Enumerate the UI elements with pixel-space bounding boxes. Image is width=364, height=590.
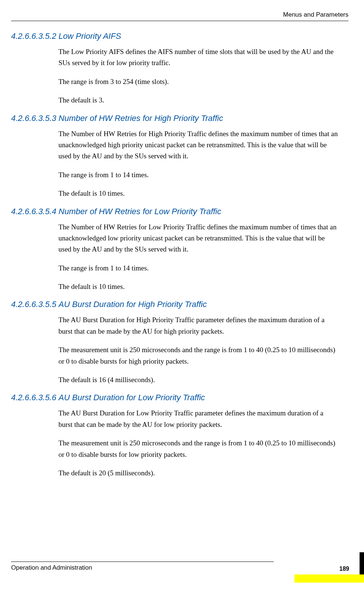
- page-footer: Operation and Administration: [11, 562, 348, 572]
- section-title: Number of HW Retries for Low Priority Tr…: [58, 207, 221, 216]
- body-paragraph: The AU Burst Duration for High Priority …: [58, 314, 338, 337]
- body-paragraph: The default is 10 times.: [58, 188, 338, 199]
- section-heading: 4.2.6.6.3.5.6AU Burst Duration for Low P…: [11, 393, 338, 402]
- footer-text: Operation and Administration: [11, 564, 348, 572]
- section-heading: 4.2.6.6.3.5.5AU Burst Duration for High …: [11, 300, 338, 309]
- section-number: 4.2.6.6.3.5.3: [11, 114, 56, 123]
- content-area: 4.2.6.6.3.5.2Low Priority AIFS The Low P…: [11, 31, 338, 479]
- body-paragraph: The default is 16 (4 milliseconds).: [58, 374, 338, 385]
- footer-divider: [11, 562, 274, 562]
- section-heading: 4.2.6.6.3.5.4Number of HW Retries for Lo…: [11, 207, 338, 216]
- body-paragraph: The default is 10 times.: [58, 281, 338, 292]
- section-title: Number of HW Retries for High Priority T…: [58, 114, 223, 123]
- section-number: 4.2.6.6.3.5.5: [11, 300, 56, 309]
- section-heading: 4.2.6.6.3.5.2Low Priority AIFS: [11, 31, 338, 41]
- body-paragraph: The range is from 1 to 14 times.: [58, 263, 338, 274]
- section-heading: 4.2.6.6.3.5.3Number of HW Retries for Hi…: [11, 114, 338, 123]
- section-title: AU Burst Duration for Low Priority Traff…: [58, 393, 205, 402]
- body-paragraph: The measurement unit is 250 microseconds…: [58, 344, 338, 367]
- body-paragraph: The Number of HW Retries for Low Priorit…: [58, 222, 338, 255]
- body-paragraph: The range is from 3 to 254 (time slots).: [58, 76, 338, 87]
- page-header: Menus and Parameters: [11, 11, 348, 21]
- section-number: 4.2.6.6.3.5.6: [11, 393, 56, 402]
- section-number: 4.2.6.6.3.5.2: [11, 31, 56, 41]
- body-paragraph: The default is 20 (5 milliseconds).: [58, 468, 338, 479]
- page-number: 189: [339, 566, 349, 572]
- section-title: Low Priority AIFS: [58, 31, 121, 41]
- yellow-accent-bar: [294, 574, 364, 583]
- body-paragraph: The Number of HW Retries for High Priori…: [58, 128, 338, 162]
- chapter-title: Menus and Parameters: [283, 11, 348, 18]
- body-paragraph: The default is 3.: [58, 95, 338, 106]
- document-page: Menus and Parameters 4.2.6.6.3.5.2Low Pr…: [0, 0, 364, 590]
- section-title: AU Burst Duration for High Priority Traf…: [58, 300, 207, 309]
- black-accent-bar: [360, 552, 364, 574]
- body-paragraph: The Low Priority AIFS defines the AIFS n…: [58, 46, 338, 69]
- body-paragraph: The AU Burst Duration for Low Priority T…: [58, 408, 338, 430]
- section-number: 4.2.6.6.3.5.4: [11, 207, 56, 216]
- body-paragraph: The measurement unit is 250 microseconds…: [58, 438, 338, 460]
- body-paragraph: The range is from 1 to 14 times.: [58, 169, 338, 181]
